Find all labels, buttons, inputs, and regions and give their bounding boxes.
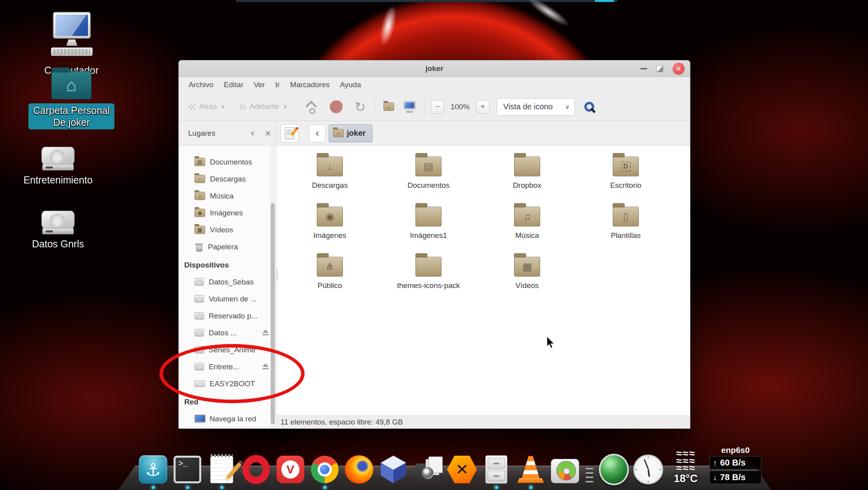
sidebar-item-datos[interactable]: Datos ... bbox=[179, 324, 276, 341]
file-musica[interactable]: ♫ Música bbox=[488, 203, 567, 253]
disk-usage-icon bbox=[551, 459, 579, 483]
file-imagenes1[interactable]: Imágenes1 bbox=[389, 203, 468, 253]
menu-marcadores[interactable]: Marcadores bbox=[286, 79, 334, 91]
menu-ver[interactable]: Ver bbox=[249, 79, 269, 91]
minimize-button[interactable] bbox=[640, 68, 647, 69]
back-button[interactable]: « Atrás bbox=[185, 99, 220, 115]
file-imagenes[interactable]: ◉ Imágenes bbox=[290, 203, 369, 253]
up-button[interactable] bbox=[301, 97, 321, 117]
breadcrumb-scroll-left-button[interactable]: ‹ bbox=[309, 124, 326, 142]
sidebar-item-datos-sebas[interactable]: Datos_Sebas bbox=[179, 273, 276, 290]
close-button[interactable]: ✕ bbox=[673, 63, 685, 75]
dock-item-virtualbox[interactable] bbox=[378, 454, 408, 485]
pane-resize-grip[interactable] bbox=[277, 270, 278, 281]
drive-icon bbox=[195, 295, 204, 303]
menu-archivo[interactable]: Archivo bbox=[184, 79, 218, 91]
sidebar-item-videos[interactable]: ▦ Vídeos bbox=[179, 221, 276, 238]
stop-icon bbox=[330, 101, 342, 113]
dock-item-vivaldi[interactable]: V bbox=[275, 454, 305, 485]
window-title: joker bbox=[425, 64, 443, 73]
folder-music-icon: ♫ bbox=[514, 207, 540, 226]
menu-ir[interactable]: Ir bbox=[271, 79, 284, 91]
folder-public-icon: ⋔ bbox=[317, 257, 343, 277]
file-plantillas[interactable]: ▯ Plantillas bbox=[586, 203, 665, 253]
eject-icon[interactable] bbox=[261, 329, 270, 336]
breadcrumb-current[interactable]: ⌂ joker bbox=[329, 124, 372, 142]
dock-item-weather[interactable]: ≈≈≈ ≈≈≈ ≈≈≈ 18°C bbox=[668, 449, 704, 485]
sidebar-item-descargas[interactable]: ↓ Descargas bbox=[179, 170, 276, 187]
chevron-down-icon: ∨ bbox=[565, 103, 570, 110]
green-orb-icon bbox=[599, 454, 629, 485]
search-icon[interactable] bbox=[584, 102, 594, 112]
zoom-in-button[interactable]: + bbox=[476, 100, 490, 114]
desktop-icon-home-folder[interactable]: ⌂ Carpeta Personal De joker bbox=[22, 66, 121, 129]
hamachi-icon: ✕ bbox=[447, 456, 477, 483]
file-publico[interactable]: ⋔ Público bbox=[290, 253, 369, 303]
file-documentos[interactable]: ▤ Documentos bbox=[389, 153, 468, 203]
zoom-out-button[interactable]: − bbox=[431, 100, 444, 114]
edit-location-button[interactable] bbox=[281, 124, 299, 142]
terminal-icon: >_ bbox=[174, 456, 201, 483]
upload-rate: ↑ 60 B/s bbox=[709, 456, 761, 469]
forward-button[interactable]: » Adelante bbox=[235, 99, 282, 115]
sidebar-item-imagenes[interactable]: ◉ Imágenes bbox=[179, 204, 276, 221]
forward-history-chevron-icon[interactable]: ∨ bbox=[283, 103, 287, 110]
running-indicator bbox=[186, 486, 189, 489]
sidebar-item-navega-la-red[interactable]: Navega la red bbox=[179, 410, 276, 427]
desktop-icon-entretenimiento[interactable]: Entretenimiento bbox=[9, 147, 107, 186]
dock-item-clock[interactable] bbox=[633, 454, 663, 485]
vlc-icon bbox=[516, 455, 545, 484]
sidebar-item-volumen-de[interactable]: Volumen de ... bbox=[179, 290, 276, 307]
menu-editar[interactable]: Editar bbox=[219, 79, 248, 91]
location-bar: Lugares ∨ × ‹ ⌂ joker bbox=[179, 121, 690, 146]
titlebar[interactable]: joker ✕ bbox=[179, 60, 690, 77]
running-indicator bbox=[221, 486, 223, 489]
back-history-chevron-icon[interactable]: ∨ bbox=[221, 103, 225, 110]
dock-item-disk-usage[interactable] bbox=[550, 454, 580, 485]
dock-item-firefox[interactable] bbox=[344, 454, 374, 485]
sidebar-item-documentos[interactable]: ▤ Documentos bbox=[179, 153, 276, 170]
running-indicator bbox=[324, 486, 326, 489]
close-sidebar-icon[interactable]: × bbox=[265, 128, 271, 139]
sidebar-item-reservado[interactable]: Reservado p... bbox=[179, 307, 276, 324]
stop-button[interactable] bbox=[327, 98, 346, 116]
menu-ayuda[interactable]: Ayuda bbox=[335, 79, 365, 91]
wallpaper-highlight bbox=[372, 0, 405, 57]
home-button[interactable]: ⌂ bbox=[380, 100, 397, 113]
folder-templates-icon: ▯ bbox=[613, 207, 639, 226]
dock-item-file-cabinet[interactable] bbox=[481, 454, 511, 485]
dock-item-network-monitor[interactable]: enp6s0 ↑ 60 B/s ↓ 78 B/s bbox=[708, 445, 763, 485]
dock-item-opera[interactable] bbox=[241, 454, 271, 485]
sidebar-item-papelera[interactable]: Papelera bbox=[179, 238, 276, 255]
view-mode-select[interactable]: Vista de icono ∨ bbox=[497, 98, 575, 116]
reload-button[interactable]: ↻ bbox=[351, 98, 369, 116]
annotation-red-ellipse bbox=[159, 344, 305, 403]
file-dropbox[interactable]: Dropbox bbox=[488, 153, 567, 203]
sidebar-item-musica[interactable]: ♫ Música bbox=[179, 187, 276, 204]
back-icon: « bbox=[188, 101, 196, 112]
file-themes-icons-pack[interactable]: themes-icons-pack bbox=[389, 253, 468, 303]
dock-item-chrome[interactable] bbox=[310, 454, 340, 485]
folder-music-icon: ♫ bbox=[195, 192, 205, 200]
file-icon-view[interactable]: ↓ Descargas ▤ Documentos Dropbox D Escri… bbox=[277, 146, 690, 415]
file-escritorio[interactable]: D Escritorio bbox=[586, 153, 665, 203]
dock-item-anchor[interactable]: ⚓ bbox=[138, 454, 168, 485]
file-descargas[interactable]: ↓ Descargas bbox=[290, 153, 369, 203]
dock-item-text-editor[interactable] bbox=[207, 454, 237, 485]
restore-button[interactable] bbox=[657, 65, 663, 72]
sidebar-selector[interactable]: Lugares ∨ × bbox=[179, 121, 277, 145]
dock-item-screenshot-tool[interactable] bbox=[413, 454, 443, 485]
file-videos[interactable]: ▦ Vídeos bbox=[488, 253, 567, 303]
dock-item-hamachi[interactable]: ✕ bbox=[447, 454, 477, 485]
reload-icon: ↻ bbox=[354, 100, 366, 114]
menubar: Archivo Editar Ver Ir Marcadores Ayuda bbox=[179, 77, 690, 93]
dock-item-vlc[interactable] bbox=[516, 454, 546, 485]
sidebar-section-dispositivos: Dispositivos bbox=[179, 255, 276, 273]
computer-button[interactable] bbox=[400, 99, 419, 115]
dock-item-terminal[interactable]: >_ bbox=[172, 454, 202, 485]
desktop-icon-datos-gnrls[interactable]: Datos Gnrls bbox=[9, 211, 107, 250]
dock-item-green-orb[interactable] bbox=[599, 454, 629, 485]
folder-pictures-icon: ◉ bbox=[317, 207, 343, 226]
harddisk-icon bbox=[41, 211, 75, 235]
desktop-icon-label: Datos Gnrls bbox=[9, 238, 107, 250]
